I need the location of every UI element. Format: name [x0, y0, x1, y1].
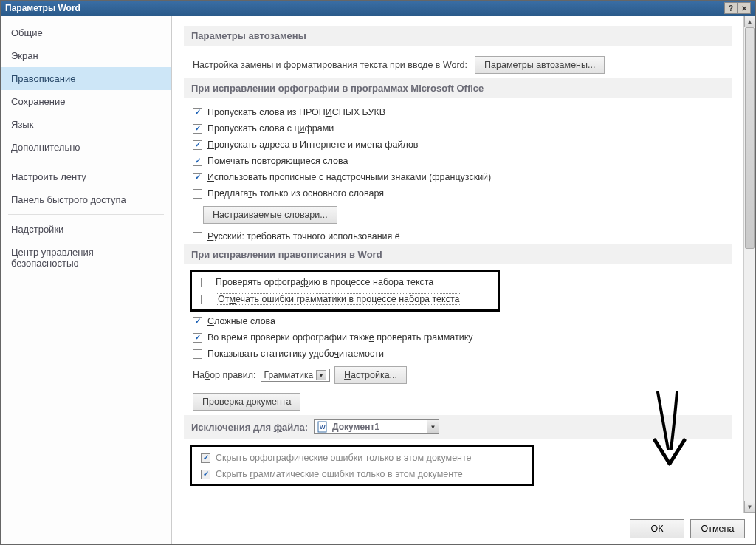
ruleset-label: Набор правил: [193, 370, 256, 380]
recheck-row: Проверка документа [184, 388, 732, 415]
sidebar-item-addins[interactable]: Надстройки [1, 218, 171, 241]
checkbox-icon [201, 453, 210, 463]
chevron-down-icon: ▼ [427, 420, 439, 433]
scroll-down-button[interactable]: ▼ [744, 501, 755, 513]
ruleset-row: Набор правил: Грамматика ▼ Настройка... [184, 362, 732, 388]
check-french[interactable]: Использовать прописные с надстрочными зн… [184, 169, 732, 185]
section-exceptions: Исключения для файла: W Документ1 ▼ [184, 415, 732, 439]
checkbox-icon[interactable] [201, 278, 210, 287]
checkbox-icon[interactable] [193, 317, 202, 326]
check-label: Пропускать слова из ПРОПИСНЫХ БУКВ [207, 107, 385, 117]
check-label: Предлагать только из основного словаря [207, 188, 384, 199]
sidebar: Общие Экран Правописание Сохранение Язык… [1, 16, 172, 544]
sidebar-item-save[interactable]: Сохранение [1, 90, 171, 113]
sidebar-item-proofing[interactable]: Правописание [1, 67, 171, 90]
sidebar-separator [8, 162, 164, 162]
check-label: Пропускать слова с цифрами [207, 123, 334, 134]
check-label: Использовать прописные с надстрочными зн… [207, 172, 491, 182]
svg-text:W: W [320, 424, 326, 431]
check-maindict[interactable]: Предлагать только из основного словаря [184, 185, 732, 202]
autocorrect-desc: Настройка замены и форматирования текста… [193, 60, 467, 70]
exceptions-file: Документ1 [331, 422, 427, 432]
check-label: Русский: требовать точного использования… [207, 231, 400, 241]
check-internet[interactable]: Пропускать адреса в Интернете и имена фа… [184, 137, 732, 153]
sidebar-item-language[interactable]: Язык [1, 113, 171, 136]
check-label: Помечать повторяющиеся слова [207, 156, 348, 166]
checkbox-icon[interactable] [193, 232, 202, 241]
checkbox-icon[interactable] [193, 349, 202, 359]
checkbox-icon[interactable] [201, 295, 210, 304]
check-label: Пропускать адреса в Интернете и имена фа… [207, 140, 418, 150]
check-label: Проверять орфографию в процессе набора т… [216, 277, 433, 287]
sidebar-item-advanced[interactable]: Дополнительно [1, 136, 171, 159]
main-scroll: Параметры автозамены Настройка замены и … [172, 16, 755, 513]
check-repeats[interactable]: Помечать повторяющиеся слова [184, 153, 732, 169]
sidebar-item-trust[interactable]: Центр управления безопасностью [1, 241, 171, 275]
sidebar-item-qat[interactable]: Панель быстрого доступа [1, 188, 171, 211]
check-complex-words[interactable]: Сложные слова [184, 313, 732, 329]
word-doc-icon: W [317, 421, 329, 433]
checkbox-icon[interactable] [193, 333, 202, 343]
check-label: Отмечать ошибки грамматики в процессе на… [216, 293, 461, 305]
window-controls: ? ✕ [724, 2, 751, 14]
check-uppercase[interactable]: Пропускать слова из ПРОПИСНЫХ БУКВ [184, 104, 732, 120]
footer: ОК Отмена [172, 513, 755, 544]
titlebar: Параметры Word ? ✕ [1, 1, 755, 16]
sidebar-item-display[interactable]: Экран [1, 44, 171, 67]
sidebar-item-general[interactable]: Общие [1, 21, 171, 44]
cancel-button[interactable]: Отмена [690, 519, 745, 538]
check-label: Скрыть грамматические ошибки только в эт… [216, 469, 463, 479]
check-label: Во время проверки орфографии также прове… [207, 332, 473, 343]
window-title: Параметры Word [5, 3, 80, 13]
section-word-proofing: При исправлении правописания в Word [184, 244, 732, 264]
autocorrect-row: Настройка замены и форматирования текста… [184, 52, 732, 78]
vertical-scrollbar[interactable]: ▲ ▼ [743, 16, 755, 513]
check-label: Скрыть орфографические ошибки только в э… [216, 453, 472, 463]
highlight-box-top: Проверять орфографию в процессе набора т… [190, 270, 500, 312]
exceptions-file-dropdown[interactable]: W Документ1 ▼ [314, 419, 439, 434]
ruleset-dropdown[interactable]: Грамматика ▼ [261, 369, 330, 382]
check-numbers[interactable]: Пропускать слова с цифрами [184, 120, 732, 137]
ruleset-settings-button[interactable]: Настройка... [334, 366, 407, 384]
exceptions-label: Исключения для файла: [191, 422, 308, 433]
checkbox-icon[interactable] [193, 124, 202, 134]
check-spelling-typing[interactable]: Проверять орфографию в процессе набора т… [192, 274, 498, 290]
highlight-box-bottom: Скрыть орфографические ошибки только в э… [190, 445, 534, 486]
close-button[interactable]: ✕ [738, 2, 751, 14]
check-with-grammar[interactable]: Во время проверки орфографии также прове… [184, 329, 732, 346]
checkbox-icon [201, 470, 210, 479]
main-content: Параметры автозамены Настройка замены и … [172, 16, 743, 513]
checkbox-icon[interactable] [193, 157, 202, 166]
section-office-spelling: При исправлении орфографии в программах … [184, 78, 732, 98]
autocorrect-options-button[interactable]: Параметры автозамены... [475, 56, 605, 74]
sidebar-separator [8, 214, 164, 215]
check-label: Сложные слова [207, 316, 275, 326]
chevron-down-icon: ▼ [316, 370, 326, 380]
scroll-thumb[interactable] [745, 27, 755, 249]
body: Общие Экран Правописание Сохранение Язык… [1, 16, 755, 544]
check-hide-spelling: Скрыть орфографические ошибки только в э… [192, 450, 532, 466]
section-autocorrect: Параметры автозамены [184, 26, 732, 46]
checkbox-icon[interactable] [193, 108, 202, 117]
check-hide-grammar: Скрыть грамматические ошибки только в эт… [192, 466, 532, 482]
options-window: Параметры Word ? ✕ Общие Экран Правописа… [0, 0, 756, 545]
custom-dictionaries-button[interactable]: Настраиваемые словари... [203, 206, 337, 224]
check-readability[interactable]: Показывать статистику удобочитаемости [184, 346, 732, 362]
check-russian-yo[interactable]: Русский: требовать точного использования… [184, 228, 732, 244]
main-wrap: Параметры автозамены Настройка замены и … [172, 16, 755, 544]
sidebar-item-ribbon[interactable]: Настроить ленту [1, 165, 171, 188]
checkbox-icon[interactable] [193, 189, 202, 199]
check-label: Показывать статистику удобочитаемости [207, 349, 384, 359]
scroll-up-button[interactable]: ▲ [744, 16, 755, 27]
checkbox-icon[interactable] [193, 173, 202, 182]
scroll-track[interactable] [744, 27, 755, 501]
ok-button[interactable]: ОК [630, 519, 684, 538]
checkbox-icon[interactable] [193, 140, 202, 150]
check-grammar-typing[interactable]: Отмечать ошибки грамматики в процессе на… [192, 290, 498, 308]
recheck-button[interactable]: Проверка документа [193, 393, 300, 411]
help-button[interactable]: ? [724, 2, 738, 14]
ruleset-value: Грамматика [264, 370, 313, 380]
custom-dict-row: Настраиваемые словари... [194, 202, 732, 228]
